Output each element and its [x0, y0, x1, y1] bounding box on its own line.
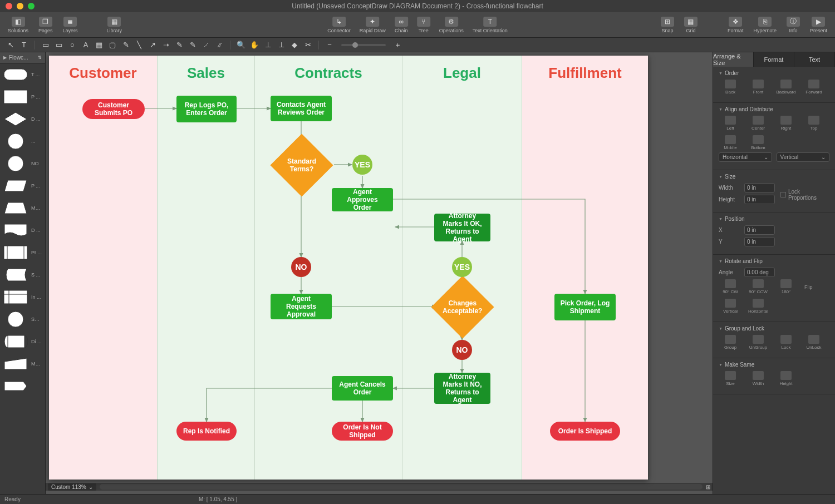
node-rep-logs[interactable]: Rep Logs PO, Enters Order [176, 96, 237, 122]
align-right-button[interactable]: Right [774, 116, 798, 131]
view-tool-1[interactable]: ✋ [248, 40, 261, 50]
shape-library-item-12[interactable]: Di ... [0, 330, 45, 353]
order-back-button[interactable]: Back [719, 80, 742, 95]
library-header[interactable]: ▶ Flowc... ⇅ [0, 52, 45, 63]
rotate-180--button[interactable]: 180° [774, 279, 798, 294]
section-title[interactable]: Rotate and Flip [719, 258, 829, 264]
tab-arrange-size[interactable]: Arrange & Size [713, 52, 754, 67]
shape-tool-3[interactable]: A [80, 40, 92, 50]
group-unlock-button[interactable]: UnLock [802, 335, 826, 350]
node-attorney-no[interactable]: Attorney Marks It NO, Returns to Agent [434, 373, 490, 404]
order-forward-button[interactable]: Forward [802, 80, 826, 95]
node-start[interactable]: Customer Submits PO [82, 99, 145, 119]
node-agent-approves[interactable]: Agent Approves Order [332, 188, 393, 211]
node-order-not-shipped[interactable]: Order Is Not Shipped [332, 422, 393, 441]
tab-text[interactable]: Text [794, 52, 835, 67]
section-title[interactable]: Size [719, 174, 829, 180]
section-title[interactable]: Order [719, 70, 829, 76]
toolbar-snap[interactable]: ⊞Snap [657, 16, 677, 34]
node-no-1[interactable]: NO [291, 257, 311, 277]
distribute-vertical-select[interactable]: Vertical⌄ [777, 152, 830, 162]
shape-tool-13[interactable]: ⫽ [213, 40, 225, 50]
y-input[interactable]: 0 in [744, 237, 775, 246]
node-yes-2[interactable]: YES [452, 257, 472, 277]
shape-tool-6[interactable]: ✎ [120, 40, 132, 50]
flip-vertical-button[interactable]: Vertical [719, 299, 742, 314]
toolbar-tree[interactable]: ⑂Tree [414, 16, 434, 34]
group-lock-button[interactable]: Lock [774, 335, 798, 350]
align-middle-button[interactable]: Middle [719, 135, 742, 150]
zoom-in-button[interactable]: ＋ [391, 40, 404, 50]
shape-library-item-14[interactable] [0, 375, 45, 397]
order-backward-button[interactable]: Backward [774, 80, 798, 95]
shape-library-item-9[interactable]: S ... [0, 264, 45, 286]
rotate-90-ccw-button[interactable]: 90° CCW [746, 279, 770, 294]
shape-library-item-7[interactable]: D ... [0, 219, 45, 241]
toolbar-grid[interactable]: ▦Grid [681, 16, 701, 34]
toolbar-pages[interactable]: ❐Pages [35, 16, 56, 34]
shape-tool-4[interactable]: ▦ [93, 40, 105, 50]
selection-tool-1[interactable]: T [18, 40, 30, 50]
view-tool-2[interactable]: ⊥ [262, 40, 274, 50]
maximize-window-button[interactable] [28, 3, 35, 9]
shape-tool-7[interactable]: ╲ [133, 40, 145, 50]
shape-tool-10[interactable]: ✎ [173, 40, 185, 50]
angle-input[interactable]: 0.00 deg [744, 268, 775, 277]
drawing-canvas[interactable]: Customer Sales Contracts Legal Fulfillme… [49, 56, 648, 480]
make-same-size-button[interactable]: Size [719, 371, 742, 386]
width-input[interactable]: 0 in [744, 183, 775, 192]
toolbar-connector[interactable]: ↳Connector [324, 16, 354, 34]
horizontal-scrollbar[interactable] [100, 484, 703, 490]
page-nav-icon[interactable]: ⊞ [706, 484, 710, 490]
align-bottom-button[interactable]: Bottom [746, 135, 770, 150]
node-pick-order[interactable]: Pick Order, Log Shipment [554, 294, 616, 320]
shape-library-item-1[interactable]: P ... [0, 86, 45, 108]
node-yes-1[interactable]: YES [352, 155, 372, 175]
toolbar-hypernote[interactable]: ⎘Hypernote [750, 16, 780, 34]
shape-library-item-11[interactable]: Se ... [0, 308, 45, 330]
shape-tool-1[interactable]: ▭ [53, 40, 65, 50]
shape-library-item-10[interactable]: In ... [0, 286, 45, 308]
align-left-button[interactable]: Left [719, 116, 742, 131]
section-title[interactable]: Group and Lock [719, 325, 829, 332]
node-attorney-ok[interactable]: Attorney Marks It OK, Returns to Agent [434, 214, 490, 241]
align-top-button[interactable]: Top [802, 116, 826, 131]
lane-fulfillment[interactable]: Fulfillment [522, 56, 648, 480]
shape-library-item-6[interactable]: Ma ... [0, 197, 45, 219]
shape-tool-9[interactable]: ➝ [160, 40, 172, 50]
toolbar-format[interactable]: ❖Format [724, 16, 747, 34]
rotate-90-cw-button[interactable]: 90° CW [719, 279, 742, 294]
toolbar-rapid-draw[interactable]: ✦Rapid Draw [356, 16, 389, 34]
toolbar-text-orientation[interactable]: TText Orientation [469, 16, 511, 34]
shape-library-item-4[interactable]: NO [0, 152, 45, 175]
group-ungroup-button[interactable]: UnGroup [746, 335, 770, 350]
shape-library-item-2[interactable]: D ... [0, 108, 45, 130]
section-title[interactable]: Align and Distribute [719, 106, 829, 112]
shape-tool-2[interactable]: ○ [66, 40, 78, 50]
node-no-2[interactable]: NO [452, 340, 472, 360]
close-window-button[interactable] [6, 3, 12, 9]
tab-format[interactable]: Format [754, 52, 794, 67]
selection-tool-0[interactable]: ↖ [4, 40, 17, 50]
shape-tool-12[interactable]: ⟋ [200, 40, 212, 50]
node-rep-notified[interactable]: Rep Is Notified [176, 422, 237, 441]
zoom-out-button[interactable]: − [323, 40, 336, 50]
view-tool-0[interactable]: 🔍 [235, 40, 247, 50]
node-agent-requests[interactable]: Agent Requests Approval [271, 294, 332, 319]
group-group-button[interactable]: Group [719, 335, 742, 350]
zoom-select[interactable]: Custom 113%⌄ [48, 483, 96, 491]
toolbar-info[interactable]: ⓘInfo [783, 16, 803, 34]
section-title[interactable]: Make Same [719, 362, 829, 368]
toolbar-layers[interactable]: ≣Layers [60, 16, 81, 34]
section-title[interactable]: Position [719, 216, 829, 222]
node-order-shipped[interactable]: Order Is Shipped [550, 422, 620, 441]
toolbar-operations[interactable]: ⚙Operations [436, 16, 467, 34]
toolbar-chain[interactable]: ∞Chain [391, 16, 411, 34]
shape-library-item-3[interactable]: ... [0, 130, 45, 152]
node-agent-cancels[interactable]: Agent Cancels Order [332, 376, 393, 401]
shape-tool-5[interactable]: ▢ [106, 40, 119, 50]
shape-library-item-5[interactable]: P ... [0, 175, 45, 197]
view-tool-3[interactable]: ⊥ [275, 40, 287, 50]
flip-horizontal-button[interactable]: Horizontal [746, 299, 770, 314]
make-same-width-button[interactable]: Width [746, 371, 770, 386]
